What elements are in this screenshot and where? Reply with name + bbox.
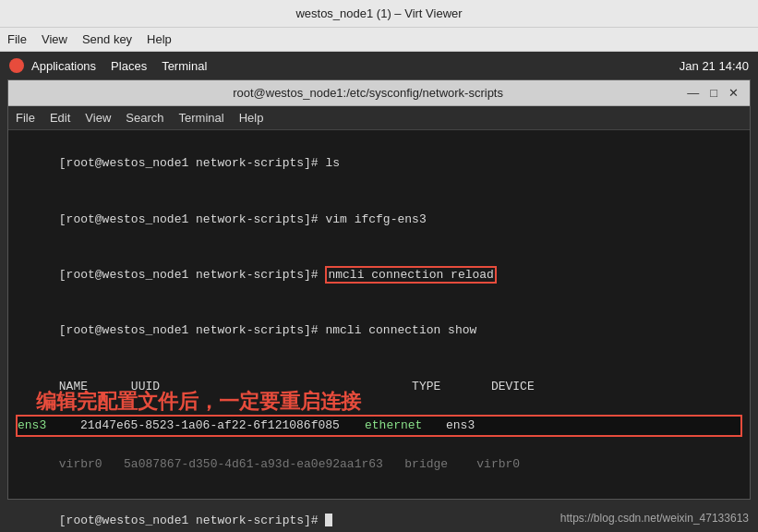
term-line-2: [root@westos_node1 network-scripts]# vim…	[16, 191, 742, 247]
gnome-datetime: Jan 21 14:40	[680, 59, 749, 73]
term-menu-terminal[interactable]: Terminal	[179, 111, 224, 125]
maximize-button[interactable]: □	[706, 86, 721, 100]
menu-file[interactable]: File	[7, 32, 27, 46]
csdn-url: https://blog.csdn.net/weixin_47133613	[560, 512, 749, 525]
term-line-1: [root@westos_node1 network-scripts]# ls	[16, 136, 742, 191]
apps-dot-icon	[9, 58, 24, 73]
ens3-name: ens3	[18, 417, 73, 435]
ens3-uuid: 21d47e65-8523-1a06-af22-6f121086f085	[80, 417, 357, 435]
ens3-row: ens3 21d47e65-8523-1a06-af22-6f121086f08…	[16, 415, 742, 437]
term-line-4: [root@westos_node1 network-scripts]# nmc…	[16, 303, 742, 358]
menu-view[interactable]: View	[42, 32, 67, 46]
window-controls: — □ ✕	[683, 86, 742, 100]
virt-viewer-title-bar: westos_node1 (1) – Virt Viewer	[0, 0, 758, 28]
app-menu-bar: File View Send key Help	[0, 28, 758, 52]
gnome-terminal[interactable]: Terminal	[162, 59, 207, 73]
terminal-content: [root@westos_node1 network-scripts]# ls …	[8, 130, 750, 532]
terminal-title: root@westos_node1:/etc/sysconfig/network…	[53, 86, 683, 100]
window-title: westos_node1 (1) – Virt Viewer	[295, 6, 462, 20]
left-strip	[0, 79, 7, 500]
menu-send-key[interactable]: Send key	[82, 32, 132, 46]
term-menu-file[interactable]: File	[16, 111, 35, 125]
ens3-type: ethernet	[365, 417, 439, 435]
menu-help[interactable]: Help	[147, 32, 172, 46]
term-menu-edit[interactable]: Edit	[50, 111, 70, 125]
cursor	[325, 514, 332, 526]
terminal-window: root@westos_node1:/etc/sysconfig/network…	[7, 79, 751, 500]
gnome-places[interactable]: Places	[111, 59, 147, 73]
minimize-button[interactable]: —	[683, 86, 703, 100]
gnome-bar-left: Applications Places Terminal	[9, 58, 207, 73]
annotation-text: 编辑完配置文件后，一定要重启连接	[36, 388, 361, 416]
term-menu-help[interactable]: Help	[239, 111, 264, 125]
nmcli-reload-highlight: nmcli connection reload	[325, 266, 496, 284]
terminal-title-bar: root@westos_node1:/etc/sysconfig/network…	[8, 80, 750, 106]
term-menu-search[interactable]: Search	[126, 111, 163, 125]
close-button[interactable]: ✕	[725, 86, 742, 100]
gnome-top-bar: Applications Places Terminal Jan 21 14:4…	[0, 52, 758, 79]
virbr0-row: virbr0 5a087867-d350-4d61-a93d-ea0e92aa1…	[16, 437, 742, 492]
term-line-3: [root@westos_node1 network-scripts]# nmc…	[16, 248, 742, 303]
ens3-device: ens3	[446, 417, 475, 435]
terminal-menu-bar: File Edit View Search Terminal Help	[8, 106, 750, 130]
term-menu-view[interactable]: View	[85, 111, 111, 125]
gnome-applications[interactable]: Applications	[9, 58, 96, 73]
